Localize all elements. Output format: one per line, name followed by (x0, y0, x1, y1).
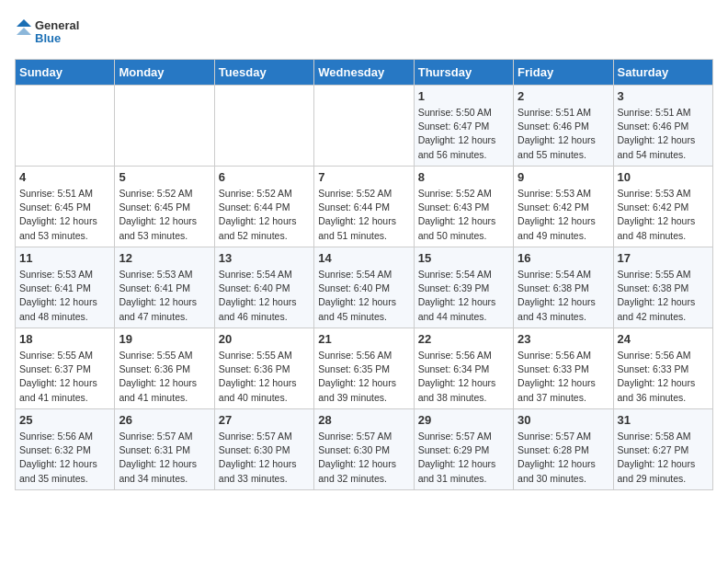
day-number: 28 (318, 413, 409, 427)
day-info: Sunrise: 5:52 AMSunset: 6:45 PMDaylight:… (119, 187, 210, 243)
day-cell: 12Sunrise: 5:53 AMSunset: 6:41 PMDayligh… (115, 247, 214, 328)
day-info: Sunrise: 5:52 AMSunset: 6:43 PMDaylight:… (418, 187, 509, 243)
day-cell: 22Sunrise: 5:56 AMSunset: 6:34 PMDayligh… (414, 328, 513, 409)
day-cell: 14Sunrise: 5:54 AMSunset: 6:40 PMDayligh… (314, 247, 414, 328)
week-row-4: 18Sunrise: 5:55 AMSunset: 6:37 PMDayligh… (16, 328, 713, 409)
day-info: Sunrise: 5:55 AMSunset: 6:37 PMDaylight:… (19, 349, 110, 405)
day-number: 12 (119, 251, 210, 265)
day-number: 1 (418, 89, 509, 103)
day-number: 31 (618, 413, 709, 427)
day-info: Sunrise: 5:56 AMSunset: 6:32 PMDaylight:… (19, 430, 110, 486)
day-cell: 16Sunrise: 5:54 AMSunset: 6:38 PMDayligh… (514, 247, 613, 328)
day-number: 11 (19, 251, 110, 265)
day-info: Sunrise: 5:54 AMSunset: 6:40 PMDaylight:… (318, 268, 409, 324)
day-cell: 31Sunrise: 5:58 AMSunset: 6:27 PMDayligh… (613, 409, 712, 490)
day-info: Sunrise: 5:53 AMSunset: 6:42 PMDaylight:… (618, 187, 709, 243)
day-cell: 15Sunrise: 5:54 AMSunset: 6:39 PMDayligh… (414, 247, 513, 328)
day-cell: 3Sunrise: 5:51 AMSunset: 6:46 PMDaylight… (613, 86, 712, 167)
day-info: Sunrise: 5:51 AMSunset: 6:46 PMDaylight:… (618, 106, 709, 162)
day-info: Sunrise: 5:57 AMSunset: 6:30 PMDaylight:… (318, 430, 409, 486)
day-cell: 24Sunrise: 5:56 AMSunset: 6:33 PMDayligh… (613, 328, 712, 409)
day-cell (115, 86, 214, 167)
day-cell: 26Sunrise: 5:57 AMSunset: 6:31 PMDayligh… (115, 409, 214, 490)
day-info: Sunrise: 5:55 AMSunset: 6:38 PMDaylight:… (618, 268, 709, 324)
column-header-friday: Friday (514, 60, 613, 86)
logo: General Blue (15, 15, 88, 52)
day-number: 26 (119, 413, 210, 427)
day-info: Sunrise: 5:57 AMSunset: 6:30 PMDaylight:… (219, 430, 310, 486)
day-info: Sunrise: 5:57 AMSunset: 6:31 PMDaylight:… (119, 430, 210, 486)
day-cell: 20Sunrise: 5:55 AMSunset: 6:36 PMDayligh… (214, 328, 313, 409)
svg-text:General: General (35, 18, 79, 32)
week-row-1: 1Sunrise: 5:50 AMSunset: 6:47 PMDaylight… (16, 86, 713, 167)
day-cell: 4Sunrise: 5:51 AMSunset: 6:45 PMDaylight… (16, 167, 115, 247)
day-info: Sunrise: 5:54 AMSunset: 6:38 PMDaylight:… (518, 268, 609, 324)
column-header-tuesday: Tuesday (214, 60, 313, 86)
day-info: Sunrise: 5:53 AMSunset: 6:42 PMDaylight:… (518, 187, 609, 243)
day-number: 9 (518, 170, 609, 184)
day-cell: 25Sunrise: 5:56 AMSunset: 6:32 PMDayligh… (16, 409, 115, 490)
day-info: Sunrise: 5:57 AMSunset: 6:28 PMDaylight:… (518, 430, 609, 486)
day-number: 8 (418, 170, 509, 184)
day-info: Sunrise: 5:56 AMSunset: 6:33 PMDaylight:… (618, 349, 709, 405)
day-cell: 19Sunrise: 5:55 AMSunset: 6:36 PMDayligh… (115, 328, 214, 409)
day-cell: 5Sunrise: 5:52 AMSunset: 6:45 PMDaylight… (115, 167, 214, 247)
day-cell: 21Sunrise: 5:56 AMSunset: 6:35 PMDayligh… (314, 328, 414, 409)
calendar-table: SundayMondayTuesdayWednesdayThursdayFrid… (15, 59, 713, 490)
day-info: Sunrise: 5:52 AMSunset: 6:44 PMDaylight:… (219, 187, 310, 243)
day-info: Sunrise: 5:51 AMSunset: 6:45 PMDaylight:… (19, 187, 110, 243)
day-cell: 13Sunrise: 5:54 AMSunset: 6:40 PMDayligh… (214, 247, 313, 328)
day-info: Sunrise: 5:53 AMSunset: 6:41 PMDaylight:… (119, 268, 210, 324)
day-cell: 9Sunrise: 5:53 AMSunset: 6:42 PMDaylight… (514, 167, 613, 247)
day-info: Sunrise: 5:53 AMSunset: 6:41 PMDaylight:… (19, 268, 110, 324)
logo-svg: General Blue (15, 15, 88, 52)
day-info: Sunrise: 5:54 AMSunset: 6:40 PMDaylight:… (219, 268, 310, 324)
day-cell (214, 86, 313, 167)
day-cell: 8Sunrise: 5:52 AMSunset: 6:43 PMDaylight… (414, 167, 513, 247)
day-cell: 23Sunrise: 5:56 AMSunset: 6:33 PMDayligh… (514, 328, 613, 409)
day-cell: 6Sunrise: 5:52 AMSunset: 6:44 PMDaylight… (214, 167, 313, 247)
page-header: General Blue (15, 15, 713, 52)
column-header-monday: Monday (115, 60, 214, 86)
day-cell (16, 86, 115, 167)
svg-marker-3 (17, 28, 31, 35)
day-info: Sunrise: 5:54 AMSunset: 6:39 PMDaylight:… (418, 268, 509, 324)
svg-marker-2 (17, 19, 31, 27)
day-number: 13 (219, 251, 310, 265)
day-number: 25 (19, 413, 110, 427)
day-number: 16 (518, 251, 609, 265)
week-row-3: 11Sunrise: 5:53 AMSunset: 6:41 PMDayligh… (16, 247, 713, 328)
day-cell: 1Sunrise: 5:50 AMSunset: 6:47 PMDaylight… (414, 86, 513, 167)
day-info: Sunrise: 5:56 AMSunset: 6:35 PMDaylight:… (318, 349, 409, 405)
header-row: SundayMondayTuesdayWednesdayThursdayFrid… (16, 60, 713, 86)
day-number: 24 (618, 332, 709, 346)
day-cell: 2Sunrise: 5:51 AMSunset: 6:46 PMDaylight… (514, 86, 613, 167)
day-info: Sunrise: 5:51 AMSunset: 6:46 PMDaylight:… (518, 106, 609, 162)
day-number: 17 (618, 251, 709, 265)
column-header-saturday: Saturday (613, 60, 712, 86)
day-number: 2 (518, 89, 609, 103)
week-row-2: 4Sunrise: 5:51 AMSunset: 6:45 PMDaylight… (16, 167, 713, 247)
day-number: 14 (318, 251, 409, 265)
day-cell: 30Sunrise: 5:57 AMSunset: 6:28 PMDayligh… (514, 409, 613, 490)
day-number: 30 (518, 413, 609, 427)
day-cell (314, 86, 414, 167)
day-info: Sunrise: 5:52 AMSunset: 6:44 PMDaylight:… (318, 187, 409, 243)
day-cell: 10Sunrise: 5:53 AMSunset: 6:42 PMDayligh… (613, 167, 712, 247)
day-info: Sunrise: 5:55 AMSunset: 6:36 PMDaylight:… (119, 349, 210, 405)
day-number: 29 (418, 413, 509, 427)
column-header-sunday: Sunday (16, 60, 115, 86)
week-row-5: 25Sunrise: 5:56 AMSunset: 6:32 PMDayligh… (16, 409, 713, 490)
day-cell: 28Sunrise: 5:57 AMSunset: 6:30 PMDayligh… (314, 409, 414, 490)
day-number: 3 (618, 89, 709, 103)
day-cell: 27Sunrise: 5:57 AMSunset: 6:30 PMDayligh… (214, 409, 313, 490)
day-number: 23 (518, 332, 609, 346)
day-number: 18 (19, 332, 110, 346)
day-cell: 17Sunrise: 5:55 AMSunset: 6:38 PMDayligh… (613, 247, 712, 328)
day-number: 19 (119, 332, 210, 346)
svg-text:Blue: Blue (35, 31, 61, 45)
day-info: Sunrise: 5:50 AMSunset: 6:47 PMDaylight:… (418, 106, 509, 162)
column-header-wednesday: Wednesday (314, 60, 414, 86)
day-number: 4 (19, 170, 110, 184)
day-number: 20 (219, 332, 310, 346)
